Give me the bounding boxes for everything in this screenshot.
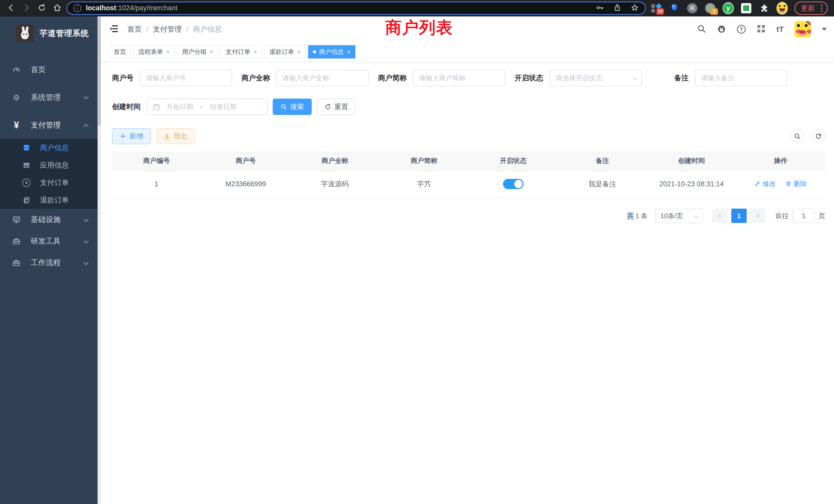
sidebar-item-dev-tools[interactable]: 研发工具	[0, 230, 97, 252]
goto-page-input[interactable]	[792, 209, 815, 223]
prev-page-button[interactable]	[712, 209, 728, 223]
tag-user-group[interactable]: 用户分组×	[177, 45, 218, 59]
calendar-icon	[153, 103, 160, 111]
fullscreen-icon[interactable]	[756, 24, 766, 35]
sidebar-item-app-info[interactable]: 应用信息	[0, 157, 97, 174]
tag-payment-orders[interactable]: 支付订单×	[221, 45, 262, 59]
browser-menu-icon[interactable]	[821, 5, 822, 12]
browser-avatar-emoji[interactable]	[776, 3, 788, 14]
close-icon[interactable]: ×	[254, 49, 257, 55]
merchant-short-name-input[interactable]	[413, 70, 505, 86]
screen: i localhost:1024/pay/merchant 10 ⌘ 1 y	[0, 0, 834, 504]
extension-balloon-icon[interactable]	[668, 3, 680, 14]
show-search-button[interactable]	[790, 129, 804, 143]
address-bar[interactable]: i localhost:1024/pay/merchant	[67, 2, 645, 14]
chevron-down-icon	[84, 238, 89, 244]
sidebar-item-workflow[interactable]: 工作流程	[0, 252, 97, 274]
refresh-button[interactable]	[811, 129, 825, 143]
col-actions: 操作	[736, 152, 825, 170]
scrollbar-thumb[interactable]	[98, 17, 101, 126]
close-icon[interactable]: ×	[210, 49, 213, 55]
status-label: 开启状态	[514, 73, 543, 83]
table-row: 1 M233666999 芋道源码 芋艿 我是备注 2021-10-23 08:…	[112, 170, 825, 198]
sidebar-item-refund-orders[interactable]: 退款订单	[0, 191, 97, 209]
pagination: 共1 条 10条/页 1 前往 页	[112, 209, 825, 223]
yen-icon: ¥	[11, 120, 22, 131]
close-icon[interactable]: ×	[166, 49, 170, 55]
tag-refund-orders[interactable]: 退款订单×	[264, 45, 306, 59]
help-icon[interactable]: ?	[737, 25, 746, 33]
create-time-range-picker[interactable]: 开始日期 - 结束日期	[147, 98, 267, 115]
delete-link[interactable]: 删除	[786, 179, 807, 188]
extension-y-icon[interactable]: y	[723, 3, 734, 14]
password-key-icon[interactable]	[596, 4, 604, 13]
url-text[interactable]: localhost:1024/pay/merchant	[86, 4, 177, 12]
extensions-puzzle-icon[interactable]	[759, 3, 770, 14]
reset-button[interactable]: 重置	[317, 98, 355, 115]
browser-home-icon[interactable]	[53, 3, 62, 13]
merchant-table: 商户编号 商户号 商户全称 商户简称 开启状态 备注 创建时间 操作 1	[112, 152, 825, 198]
page-number-1[interactable]: 1	[731, 209, 747, 223]
col-short-name: 商户简称	[379, 152, 468, 170]
document-icon	[22, 196, 31, 204]
status-toggle[interactable]	[503, 179, 524, 189]
github-icon[interactable]	[717, 24, 726, 35]
page-size-select[interactable]: 10条/页	[655, 209, 703, 223]
sidebar-item-system[interactable]: ⚙ 系统管理	[0, 84, 97, 111]
tag-home[interactable]: 首页	[109, 45, 131, 59]
cell-short-name: 芋艿	[379, 170, 468, 198]
sidebar-collapse-icon[interactable]	[109, 24, 118, 35]
refresh-icon	[325, 104, 331, 110]
col-remark: 备注	[558, 152, 647, 170]
share-icon[interactable]	[613, 4, 621, 13]
breadcrumb-payment[interactable]: 支付管理	[153, 24, 182, 34]
breadcrumb-home[interactable]: 首页	[127, 24, 142, 34]
sidebar-item-payment-orders[interactable]: ¥ 支付订单	[0, 174, 97, 191]
merchant-full-name-input[interactable]	[276, 70, 369, 86]
sidebar-item-infrastructure[interactable]: 基础设施	[0, 209, 97, 230]
extension-pin-icon[interactable]: 10	[651, 3, 662, 14]
sidebar-item-home[interactable]: 首页	[0, 56, 97, 84]
search-button[interactable]: 搜索	[273, 98, 312, 115]
sidebar-item-merchant-info[interactable]: 商户信息	[0, 139, 97, 157]
merchant-no-label: 商户号	[112, 73, 133, 83]
close-icon[interactable]: ×	[347, 49, 351, 55]
sidebar-item-payment[interactable]: ¥ 支付管理	[0, 111, 97, 139]
tag-process-form[interactable]: 流程表单×	[133, 45, 175, 59]
cell-merchant-no: M233666999	[201, 170, 290, 198]
search-icon[interactable]	[697, 24, 706, 35]
update-button[interactable]: 更新	[794, 2, 828, 15]
app-logo-row: 芋道管理系统	[0, 17, 97, 45]
dashboard-icon	[11, 66, 22, 74]
avatar-caret-icon[interactable]	[822, 28, 827, 31]
add-button[interactable]: 新增	[112, 128, 151, 144]
browser-back-icon[interactable]	[7, 3, 16, 13]
cell-create-time: 2021-10-23 08:31:14	[647, 170, 736, 198]
site-info-icon[interactable]: i	[73, 4, 81, 12]
refresh-icon	[815, 133, 822, 140]
close-icon[interactable]: ×	[297, 49, 301, 55]
remark-input[interactable]	[695, 70, 787, 86]
start-date-placeholder: 开始日期	[167, 102, 193, 111]
next-page-button[interactable]	[750, 209, 766, 223]
end-date-placeholder: 结束日期	[210, 102, 237, 111]
page-title-annotation: 商户列表	[385, 17, 453, 39]
sidebar-scrollbar[interactable]	[97, 17, 101, 504]
extension-chat-icon[interactable]	[741, 3, 752, 14]
merchant-full-name-label: 商户全称	[241, 73, 270, 83]
merchant-no-input[interactable]	[140, 70, 232, 86]
bookmark-star-icon[interactable]	[631, 4, 639, 13]
user-avatar[interactable]	[794, 21, 811, 38]
browser-reload-icon[interactable]	[38, 3, 46, 13]
page-content: 商户号 商户全称 商户简称 开启状态	[101, 62, 834, 504]
extension-command-icon[interactable]: ⌘	[687, 3, 698, 14]
font-size-icon[interactable]: tT	[776, 25, 784, 33]
browser-forward-icon[interactable]	[22, 3, 31, 13]
tag-merchant-info[interactable]: 商户信息×	[308, 45, 355, 59]
browser-toolbar: i localhost:1024/pay/merchant 10 ⌘ 1 y	[0, 0, 834, 17]
status-select[interactable]	[549, 70, 642, 86]
extension-profile-icon[interactable]: 1	[705, 3, 716, 14]
export-button[interactable]: 导出	[157, 128, 195, 144]
edit-link[interactable]: 修改	[754, 179, 776, 188]
extension-badge: 10	[656, 8, 664, 15]
